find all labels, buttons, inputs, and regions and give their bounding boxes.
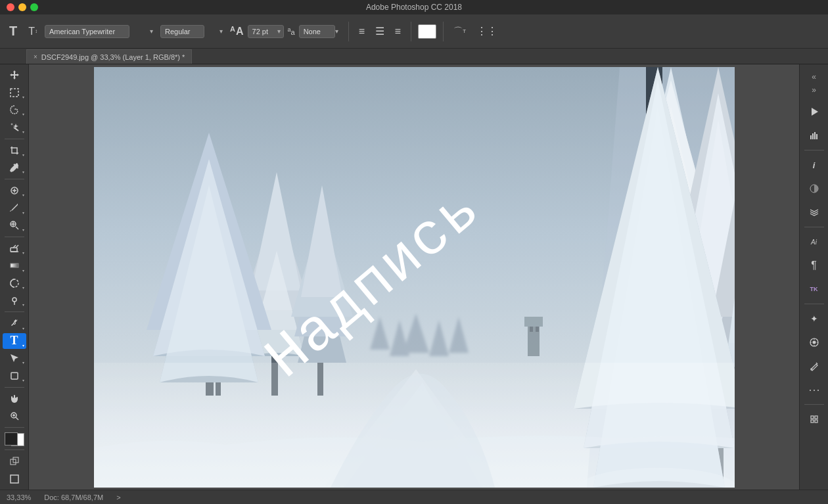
warp-text-button[interactable]: ⌒T bbox=[450, 24, 469, 39]
antialiasing-wrapper: None bbox=[299, 25, 342, 38]
type-tool[interactable]: T ▾ bbox=[3, 333, 26, 349]
right-separator-2 bbox=[804, 227, 824, 227]
tool-separator-5 bbox=[5, 387, 24, 388]
antialiasing-label: aa bbox=[288, 26, 295, 36]
right-panel: « » i bbox=[799, 64, 828, 490]
shape-tool[interactable]: ▾ bbox=[3, 367, 26, 383]
zoom-tool[interactable] bbox=[3, 408, 26, 424]
maximize-button[interactable] bbox=[30, 3, 38, 11]
svg-rect-18 bbox=[11, 475, 18, 483]
svg-rect-11 bbox=[11, 373, 18, 379]
paragraph-panel-button[interactable]: ¶ bbox=[802, 255, 826, 276]
quick-mask-button[interactable] bbox=[3, 453, 26, 469]
svg-rect-37 bbox=[812, 133, 814, 139]
crop-tool[interactable]: ▾ bbox=[3, 142, 26, 158]
info-panel-button[interactable]: i bbox=[802, 154, 826, 175]
expand-right-button[interactable]: » bbox=[810, 84, 817, 96]
svg-line-1 bbox=[14, 127, 18, 131]
zoom-level: 33,33% bbox=[7, 493, 31, 501]
svg-rect-48 bbox=[811, 416, 814, 419]
gradient-tool[interactable]: ▾ bbox=[3, 258, 26, 273]
status-arrow[interactable]: > bbox=[116, 493, 120, 501]
options-panel-button[interactable]: ⋮⋮ bbox=[473, 23, 501, 39]
history-play-button[interactable] bbox=[802, 101, 826, 122]
toolbar-divider-3 bbox=[443, 22, 444, 41]
magic-wand-tool[interactable]: ▾ bbox=[3, 119, 26, 135]
brush-tool[interactable]: ▾ bbox=[3, 200, 26, 216]
svg-rect-36 bbox=[810, 135, 812, 139]
histogram-button[interactable] bbox=[802, 125, 826, 146]
svg-point-42 bbox=[813, 341, 816, 344]
right-separator-3 bbox=[804, 304, 824, 304]
svg-marker-35 bbox=[812, 108, 818, 116]
effects-button[interactable]: ✦ bbox=[802, 308, 826, 329]
eraser-tool[interactable]: ▾ bbox=[3, 241, 26, 256]
svg-rect-6 bbox=[11, 248, 17, 252]
main-area: ▾ ▾ ▾ ▾ bbox=[0, 64, 828, 490]
app-title: Adobe Photoshop CC 2018 bbox=[366, 3, 462, 12]
path-select-tool[interactable]: ▾ bbox=[3, 350, 26, 366]
hand-tool[interactable] bbox=[3, 390, 26, 406]
svg-rect-0 bbox=[11, 89, 18, 97]
doc-info: Doc: 68,7M/68,7M bbox=[44, 493, 103, 501]
svg-rect-51 bbox=[815, 420, 817, 423]
tool-separator-4 bbox=[5, 311, 24, 312]
close-button[interactable] bbox=[7, 3, 14, 11]
tool-separator-7 bbox=[5, 449, 24, 450]
canvas-area[interactable]: Надпись bbox=[29, 64, 799, 490]
more-options-button[interactable]: ⋯ bbox=[802, 379, 826, 400]
tool-separator-2 bbox=[5, 179, 24, 179]
healing-tool[interactable]: ▾ bbox=[3, 183, 26, 198]
blur-tool[interactable]: ▾ bbox=[3, 275, 26, 291]
pen-tool[interactable]: ▾ bbox=[3, 315, 26, 331]
collapse-left-button[interactable]: « bbox=[810, 71, 817, 83]
font-size-label: AA bbox=[230, 25, 244, 37]
move-tool[interactable] bbox=[3, 67, 26, 83]
dodge-tool[interactable]: ▾ bbox=[3, 292, 26, 308]
text-orientation-button[interactable]: T↕ bbox=[25, 24, 41, 39]
toolbar-divider-1 bbox=[348, 22, 349, 41]
selection-tool[interactable]: ▾ bbox=[3, 84, 26, 100]
left-toolbar: ▾ ▾ ▾ ▾ bbox=[0, 64, 29, 490]
font-size-input[interactable] bbox=[248, 25, 284, 38]
font-style-select[interactable]: Regular bbox=[160, 25, 204, 38]
foreground-background-colors[interactable] bbox=[5, 432, 24, 446]
tk-panel-button[interactable]: TK bbox=[802, 279, 826, 300]
layers-panel-button[interactable] bbox=[802, 202, 826, 223]
font-size-wrapper bbox=[248, 25, 284, 38]
tool-separator-6 bbox=[5, 427, 24, 428]
svg-rect-32 bbox=[530, 327, 533, 332]
document-tab[interactable]: × DSCF2949.jpg @ 33,3% (Layer 1, RGB/8*)… bbox=[26, 49, 192, 64]
color-panel-button[interactable] bbox=[802, 178, 826, 199]
antialiasing-select[interactable]: None bbox=[299, 25, 335, 38]
foreground-color[interactable] bbox=[5, 432, 18, 446]
adjustments-button[interactable] bbox=[802, 332, 826, 353]
status-bar: 33,33% Doc: 68,7M/68,7M > bbox=[0, 490, 828, 504]
text-color-swatch[interactable] bbox=[418, 24, 436, 39]
align-center-button[interactable]: ☰ bbox=[372, 23, 388, 39]
tab-filename: DSCF2949.jpg @ 33,3% (Layer 1, RGB/8*) * bbox=[41, 53, 185, 61]
svg-line-13 bbox=[16, 417, 18, 420]
svg-rect-49 bbox=[815, 416, 817, 419]
canvas-image: Надпись bbox=[94, 67, 735, 488]
eyedropper-tool[interactable]: ▾ bbox=[3, 160, 26, 175]
ai-button[interactable]: Ai bbox=[802, 231, 826, 252]
toolbar-divider-2 bbox=[411, 22, 411, 41]
right-separator-4 bbox=[804, 404, 824, 405]
screen-mode-button[interactable] bbox=[3, 471, 26, 487]
window-controls bbox=[7, 3, 38, 11]
right-panel-top: « » bbox=[800, 68, 828, 99]
minimize-button[interactable] bbox=[18, 3, 26, 11]
tab-close-icon[interactable]: × bbox=[34, 53, 37, 60]
bottom-option-1[interactable] bbox=[802, 409, 826, 430]
clone-stamp-tool[interactable]: ▾ bbox=[3, 218, 26, 233]
align-left-button[interactable]: ≡ bbox=[356, 24, 368, 39]
tool-separator-3 bbox=[5, 237, 24, 237]
text-tool-button[interactable]: T bbox=[5, 22, 21, 40]
brush-settings-button[interactable] bbox=[802, 355, 826, 377]
tab-bar: × DSCF2949.jpg @ 33,3% (Layer 1, RGB/8*)… bbox=[0, 49, 828, 64]
lasso-tool[interactable]: ▾ bbox=[3, 102, 26, 118]
svg-rect-33 bbox=[536, 327, 539, 332]
font-name-select[interactable]: American Typewriter bbox=[45, 25, 129, 38]
align-right-button[interactable]: ≡ bbox=[392, 24, 404, 39]
